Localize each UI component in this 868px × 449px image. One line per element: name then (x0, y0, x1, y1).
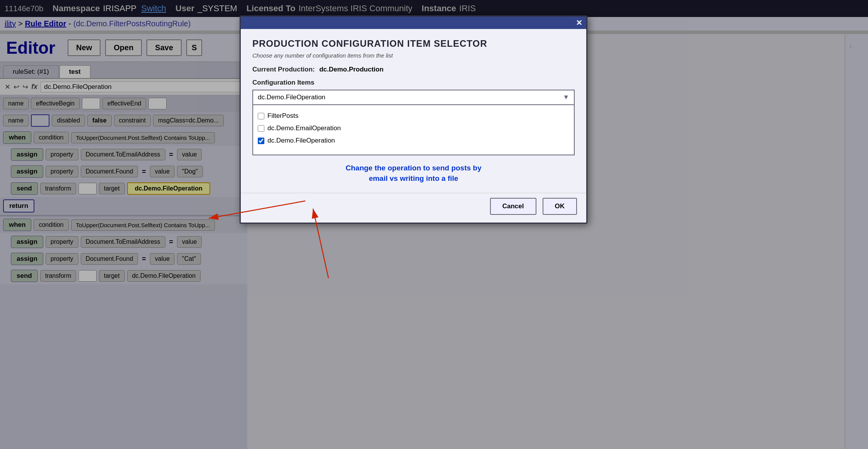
config-selector-dialog: ✕ PRODUCTION CONFIGURATION ITEM SELECTOR… (240, 15, 587, 224)
dialog-close-button[interactable]: ✕ (576, 18, 582, 27)
config-items-label: Configuration Items (252, 79, 575, 87)
filterposts-label: FilterPosts (267, 112, 298, 120)
annotation-text: Change the operation to send posts by em… (252, 163, 575, 184)
filterposts-checkbox[interactable] (258, 113, 264, 119)
config-dropdown[interactable]: dc.Demo.FileOperation ▼ (252, 90, 575, 105)
current-production-label: Current Production: (252, 66, 315, 73)
config-item-emailoperation: dc.Demo.EmailOperation (256, 122, 571, 134)
current-production-value: dc.Demo.Production (319, 66, 383, 73)
dialog-title: PRODUCTION CONFIGURATION ITEM SELECTOR (252, 38, 575, 49)
fileoperation-label: dc.Demo.FileOperation (267, 137, 335, 145)
dropdown-arrow-icon: ▼ (563, 94, 569, 101)
fileoperation-checkbox[interactable] (258, 138, 264, 144)
cancel-button[interactable]: Cancel (490, 198, 536, 215)
current-production-row: Current Production: dc.Demo.Production (252, 66, 575, 73)
dialog-footer: Cancel OK (241, 193, 586, 223)
config-item-filterposts: FilterPosts (256, 110, 571, 122)
emailoperation-checkbox[interactable] (258, 125, 264, 132)
config-dropdown-value: dc.Demo.FileOperation (258, 94, 325, 101)
dialog-titlebar: ✕ (241, 17, 586, 29)
dialog-subtitle: Choose any number of configuration items… (252, 52, 575, 59)
config-items-list: FilterPosts dc.Demo.EmailOperation dc.De… (252, 105, 575, 155)
emailoperation-label: dc.Demo.EmailOperation (267, 124, 341, 132)
ok-button[interactable]: OK (543, 198, 577, 215)
config-item-fileoperation: dc.Demo.FileOperation (256, 134, 571, 147)
